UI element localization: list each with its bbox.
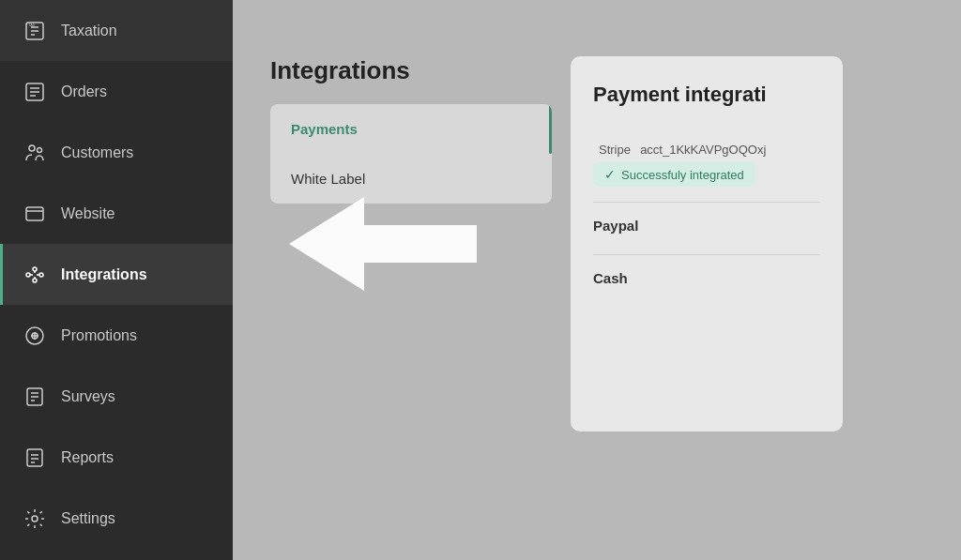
sidebar-item-label: Customers — [61, 144, 133, 161]
sidebar-item-taxation[interactable]: TAX Taxation — [0, 0, 233, 61]
sidebar-item-label: Website — [61, 205, 115, 222]
sidebar-item-surveys[interactable]: Surveys — [0, 366, 233, 427]
promotions-icon — [22, 323, 48, 349]
svg-point-14 — [33, 267, 37, 271]
svg-point-10 — [38, 147, 42, 152]
sidebar-item-label: Orders — [61, 83, 107, 100]
main-content: Integrations Payments White Label Paymen… — [233, 0, 961, 560]
white-label-label: White Label — [291, 171, 365, 187]
stripe-row: Stripe acct_1KkKAVPgOQOxj ✓ Successfuly … — [593, 126, 820, 203]
svg-text:TAX: TAX — [28, 23, 36, 27]
integrations-list: Payments White Label — [270, 104, 552, 204]
sidebar-item-label: Taxation — [61, 23, 117, 39]
cash-row: Cash — [593, 255, 820, 307]
orders-icon — [22, 79, 48, 105]
settings-icon — [22, 506, 48, 532]
paypal-name: Paypal — [593, 218, 820, 234]
svg-rect-27 — [27, 449, 42, 466]
integration-item-payments[interactable]: Payments — [270, 104, 552, 154]
svg-point-31 — [32, 516, 38, 522]
integrations-panel: Integrations Payments White Label — [270, 56, 552, 560]
sidebar-item-reports[interactable]: Reports — [0, 427, 233, 488]
payment-integrations-panel: Payment integrati Stripe acct_1KkKAVPgOQ… — [571, 56, 843, 431]
sidebar-item-label: Surveys — [61, 388, 115, 405]
sidebar-item-label: Settings — [61, 510, 115, 527]
active-indicator — [549, 104, 552, 154]
sidebar-item-settings[interactable]: Settings — [0, 488, 233, 549]
sidebar-item-promotions[interactable]: Promotions — [0, 305, 233, 366]
payments-item-wrapper: Payments — [270, 104, 552, 154]
integration-item-white-label[interactable]: White Label — [270, 154, 552, 204]
integrations-icon — [22, 262, 48, 288]
sidebar-item-integrations[interactable]: Integrations — [0, 244, 233, 305]
paypal-row: Paypal — [593, 203, 820, 255]
sidebar-item-orders[interactable]: Orders — [0, 61, 233, 122]
svg-point-16 — [33, 279, 37, 282]
svg-point-15 — [39, 273, 43, 277]
sidebar-item-customers[interactable]: Customers — [0, 122, 233, 183]
payment-integrations-title: Payment integrati — [593, 83, 820, 107]
customers-icon — [22, 140, 48, 166]
svg-point-13 — [26, 273, 30, 277]
integrations-title: Integrations — [270, 56, 552, 85]
website-icon — [22, 201, 48, 227]
surveys-icon — [22, 384, 48, 410]
sidebar: TAX Taxation Orders Customers Website In… — [0, 0, 233, 560]
cash-name: Cash — [593, 270, 820, 286]
check-icon: ✓ — [604, 167, 616, 182]
stripe-status-text: Successfuly integrated — [621, 168, 744, 182]
svg-point-9 — [29, 145, 35, 151]
stripe-name: Stripe acct_1KkKAVPgOQOxj — [593, 141, 820, 157]
svg-rect-11 — [26, 207, 43, 220]
payments-label: Payments — [291, 121, 358, 137]
tax-icon: TAX — [22, 18, 48, 44]
sidebar-item-label: Promotions — [61, 327, 137, 344]
sidebar-item-label: Reports — [61, 449, 114, 466]
sidebar-item-website[interactable]: Website — [0, 183, 233, 244]
reports-icon — [22, 445, 48, 471]
stripe-status-badge: ✓ Successfuly integrated — [593, 162, 755, 187]
sidebar-item-label: Integrations — [61, 266, 147, 283]
